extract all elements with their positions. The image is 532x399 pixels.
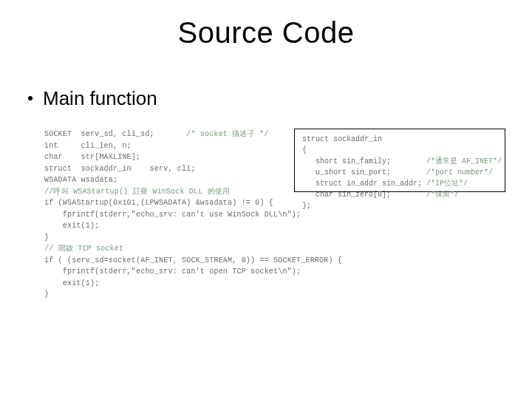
code-line: } — [44, 232, 392, 244]
code-line: // 開啟 TCP socket — [44, 243, 392, 255]
code-line: exit(1); — [44, 220, 392, 232]
code-line: } — [44, 289, 392, 301]
code-line: if ( (serv_sd=socket(AF_INET, SOCK_STREA… — [44, 255, 392, 267]
bullet-dot-icon — [28, 96, 33, 100]
bullet-main-function: Main function — [28, 87, 157, 110]
code-line: u_short sin_port; /*port number*/ — [302, 167, 499, 178]
slide: Source Code Main function SOCKET serv_sd… — [0, 0, 532, 399]
code-line: struct sockaddr_in — [302, 134, 499, 145]
code-line: short sin_family; /*通常是 AF_INET*/ — [302, 156, 499, 167]
code-block-struct-box: struct sockaddr_in{ short sin_family; /*… — [294, 129, 505, 192]
code-line: char sin_zero[8]; /*保留*/ — [302, 189, 499, 200]
bullet-text: Main function — [43, 87, 157, 109]
slide-title: Source Code — [0, 16, 532, 50]
code-line: { — [302, 145, 499, 156]
code-line: fprintf(stderr,"echo_srv: can't open TCP… — [44, 266, 392, 278]
code-line: }; — [302, 200, 499, 211]
code-line: struct in_addr sin_addr; /*IP位址*/ — [302, 178, 499, 189]
code-line: exit(1); — [44, 278, 392, 290]
